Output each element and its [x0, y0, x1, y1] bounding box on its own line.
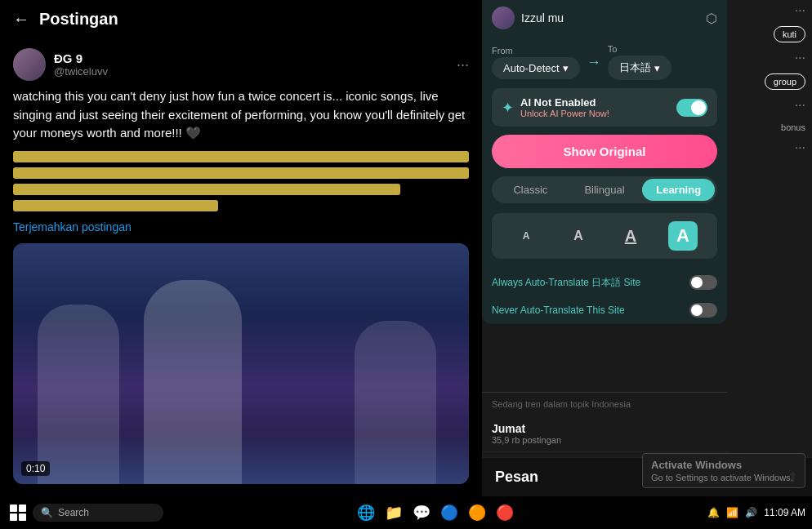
taskbar-left: 🔍 Search — [7, 501, 163, 524]
from-dropdown-icon: ▾ — [563, 62, 569, 74]
font-size-large-label: A — [625, 227, 636, 246]
windows-logo — [10, 505, 26, 521]
never-translate-label: Never Auto-Translate This Site — [492, 305, 625, 316]
blurred-line — [13, 184, 400, 195]
taskbar-right: 🔔 📶 🔊 11:09 AM — [707, 507, 805, 518]
ai-toggle[interactable] — [676, 99, 707, 117]
user-handle: @twiceluvv — [54, 65, 108, 78]
taskbar-search[interactable]: 🔍 Search — [33, 504, 163, 522]
header: ← Postingan — [0, 0, 482, 38]
notification-icon[interactable]: 🔔 — [707, 507, 720, 518]
show-original-button[interactable]: Show Original — [492, 135, 717, 168]
taskbar-center: 🌐 📁 💬 🔵 🟠 🔴 — [355, 501, 516, 524]
trending-separator: Sedang tren dalam topik Indonesia — [482, 392, 727, 416]
from-language-value: Auto-Detect — [503, 62, 560, 74]
never-translate-toggle-thumb — [691, 305, 703, 316]
taskbar-icon-5[interactable]: 🟠 — [466, 501, 489, 524]
more-options-top[interactable]: ··· — [738, 0, 812, 21]
font-size-large[interactable]: A — [616, 221, 645, 251]
search-placeholder: Search — [58, 507, 89, 518]
from-language-select[interactable]: Auto-Detect ▾ — [492, 57, 580, 79]
translate-link[interactable]: Terjemahkan postingan — [13, 220, 132, 233]
right-actions-2: group — [738, 69, 812, 95]
group-button[interactable]: group — [765, 73, 805, 90]
page-title: Postingan — [39, 10, 118, 29]
right-panel: Izzul mu ⬡ From Auto-Detect ▾ → To 日本 — [482, 0, 812, 529]
ai-banner: ✦ AI Not Enabled Unlock AI Power Now! — [492, 88, 717, 127]
left-panel: ← Postingan ÐG 9 @twiceluvv ··· watc — [0, 0, 482, 529]
lang-selectors: From Auto-Detect ▾ → To 日本語 ▾ — [482, 36, 727, 88]
more-options-bot[interactable]: ··· — [738, 95, 812, 116]
trending-title: Jumat — [492, 422, 717, 435]
taskbar-icon-2[interactable]: 📁 — [382, 501, 405, 524]
ai-left: ✦ AI Not Enabled Unlock AI Power Now! — [502, 96, 609, 118]
translation-popup: Izzul mu ⬡ From Auto-Detect ▾ → To 日本 — [482, 0, 727, 324]
right-actions: kuti — [738, 21, 812, 47]
user-info: ÐG 9 @twiceluvv — [13, 48, 108, 81]
ai-subtitle: Unlock AI Power Now! — [520, 109, 609, 118]
taskbar-icon-1[interactable]: 🌐 — [355, 501, 377, 524]
tab-learning[interactable]: Learning — [642, 179, 715, 201]
popup-user-row: Izzul mu — [492, 7, 564, 29]
font-size-small[interactable]: A — [511, 221, 541, 251]
tab-bilingual[interactable]: Bilingual — [569, 179, 641, 201]
follow-button[interactable]: kuti — [774, 26, 805, 42]
username-block: ÐG 9 @twiceluvv — [54, 51, 108, 78]
taskbar-icon-3[interactable]: 💬 — [410, 501, 433, 524]
trending-count: 35,9 rb postingan — [492, 435, 717, 445]
popup-username: Izzul mu — [521, 11, 564, 24]
ai-title: AI Not Enabled — [520, 96, 609, 109]
font-size-medium-label: A — [573, 229, 583, 243]
font-size-medium[interactable]: A — [564, 221, 593, 251]
to-dropdown-icon: ▾ — [654, 62, 660, 74]
to-language-select[interactable]: 日本語 ▾ — [608, 56, 671, 80]
stage-glow — [13, 435, 469, 484]
more-options-extra[interactable]: ··· — [738, 137, 812, 158]
post-area: ÐG 9 @twiceluvv ··· watching this you ca… — [0, 38, 482, 494]
blurred-line — [13, 200, 218, 211]
back-button[interactable]: ← — [13, 10, 29, 29]
start-button[interactable] — [7, 501, 29, 524]
search-icon: 🔍 — [41, 507, 53, 518]
main-container: ← Postingan ÐG 9 @twiceluvv ··· watc — [0, 0, 812, 529]
font-size-xlarge[interactable]: A — [668, 221, 698, 251]
clock: 11:09 AM — [764, 507, 805, 518]
tab-classic[interactable]: Classic — [494, 179, 567, 201]
to-label: To — [608, 44, 671, 54]
trending-item-jumat[interactable]: Jumat 35,9 rb postingan — [482, 416, 727, 452]
ai-text-block: AI Not Enabled Unlock AI Power Now! — [520, 96, 609, 118]
auto-translate-toggle-thumb — [691, 277, 703, 288]
auto-translate-label: Always Auto-Translate 日本語 Site — [492, 276, 640, 290]
volume-icon[interactable]: 🔊 — [745, 507, 757, 518]
activate-windows-title: Activate Windows — [651, 459, 796, 471]
avatar — [13, 48, 46, 81]
bonus-label: bonus — [781, 122, 805, 132]
never-translate-row: Never Auto-Translate This Site — [482, 296, 727, 324]
auto-translate-toggle[interactable] — [689, 275, 717, 290]
popup-avatar — [492, 7, 515, 29]
video-background — [13, 243, 469, 484]
taskbar-icon-4[interactable]: 🔵 — [438, 501, 461, 524]
more-options-mid[interactable]: ··· — [738, 47, 812, 69]
post-text: watching this you can't deny just how fu… — [13, 87, 469, 143]
taskbar-icon-6[interactable]: 🔴 — [493, 501, 516, 524]
more-options-button[interactable]: ··· — [457, 56, 469, 73]
video-timestamp: 0:10 — [21, 461, 50, 476]
font-size-xlarge-label: A — [676, 225, 689, 247]
wifi-icon[interactable]: 📶 — [726, 507, 738, 518]
blurred-line — [13, 151, 469, 162]
never-translate-toggle[interactable] — [689, 303, 717, 318]
video-container[interactable]: 0:10 — [13, 243, 469, 484]
activate-windows-overlay: Activate Windows Go to Settings to activ… — [642, 453, 805, 488]
display-name: ÐG 9 — [54, 51, 108, 65]
to-language-value: 日本語 — [619, 60, 651, 75]
popup-header: Izzul mu ⬡ — [482, 0, 727, 36]
tabs-row: Classic Bilingual Learning — [492, 176, 717, 203]
lang-arrow-icon: → — [587, 54, 601, 71]
ai-star-icon: ✦ — [502, 99, 514, 117]
auto-translate-row: Always Auto-Translate 日本語 Site — [482, 269, 727, 296]
right-sidebar: ··· kuti ··· group ··· bonus ··· — [738, 0, 812, 457]
activate-windows-subtitle: Go to Settings to activate Windows. — [651, 473, 796, 482]
share-button[interactable]: ⬡ — [706, 11, 717, 26]
font-size-small-label: A — [523, 230, 530, 242]
